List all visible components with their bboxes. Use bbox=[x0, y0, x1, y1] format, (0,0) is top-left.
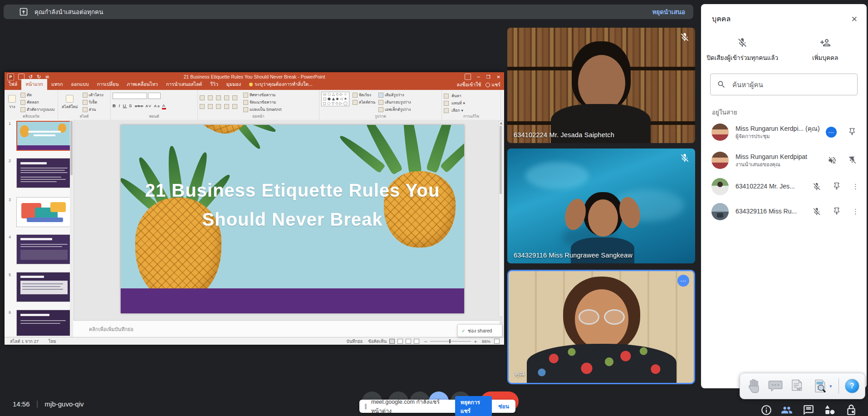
tab-animations[interactable]: ภาพเคลื่อนไหว bbox=[123, 79, 162, 90]
find-button[interactable]: ค้นหา bbox=[444, 93, 499, 99]
font-name-combobox[interactable] bbox=[113, 93, 147, 99]
dropdown-caret-icon[interactable]: ▾ bbox=[829, 383, 832, 389]
slide-sorter-view-button[interactable] bbox=[397, 339, 403, 344]
section-button[interactable]: ส่วน bbox=[83, 106, 103, 113]
slide-thumbnail-2[interactable] bbox=[16, 158, 72, 188]
zoom-out-button[interactable]: − bbox=[424, 339, 427, 344]
more-options-icon[interactable]: ⋮ bbox=[852, 183, 857, 191]
layout-button[interactable]: เค้าโครง bbox=[83, 92, 103, 98]
pin-icon[interactable] bbox=[832, 182, 841, 191]
hide-share-bar-button[interactable]: ซ่อน bbox=[498, 402, 509, 411]
text-direction-button[interactable]: ทิศทางข้อความ bbox=[243, 92, 281, 98]
participant-row-1[interactable]: Miss Rungarun Kerdpi... (คุณ) ผู้จัดการป… bbox=[701, 120, 867, 144]
font-color-button[interactable]: A bbox=[162, 103, 166, 109]
tab-slideshow[interactable]: การนำเสนอสไลด์ bbox=[162, 79, 206, 90]
participant-row-2[interactable]: Miss Rungarun Kerdpipat งานนำเสนอของคุณ bbox=[701, 149, 867, 172]
status-notes-toggle[interactable]: บันทึกย่อ bbox=[347, 338, 363, 345]
tell-me-box[interactable]: ระบุว่าคุณต้องการทำสิ่งใด... bbox=[245, 79, 317, 90]
change-case-button[interactable]: Aa bbox=[154, 104, 161, 108]
sign-in-link[interactable]: ลงชื่อเข้าใช้ bbox=[457, 81, 481, 89]
status-comments-toggle[interactable]: ข้อคิดเห็น bbox=[368, 338, 387, 345]
slide-thumbnail-6[interactable] bbox=[16, 310, 72, 336]
zoom-in-button[interactable]: + bbox=[474, 339, 477, 344]
slide-canvas[interactable]: 21 Business Etiquette Rules You Should N… bbox=[121, 125, 464, 313]
tab-insert[interactable]: แทรก bbox=[47, 79, 67, 90]
shape-effects-button[interactable]: เอฟเฟ็กต์รูปร่าง bbox=[378, 106, 411, 113]
close-icon[interactable]: ✕ bbox=[851, 15, 858, 24]
select-button[interactable]: เลือก▾ bbox=[444, 107, 499, 114]
activities-button[interactable] bbox=[824, 404, 836, 416]
add-people-button[interactable]: เพิ่มบุคคล bbox=[784, 37, 867, 63]
tab-view[interactable]: มุมมอง bbox=[222, 79, 245, 90]
zoom-slider[interactable] bbox=[430, 341, 471, 342]
shape-outline-button[interactable]: เส้นกรอบรูปร่าง bbox=[378, 99, 411, 105]
video-tile-2[interactable]: 634329116 Miss Rungrawee Sangkeaw bbox=[507, 149, 695, 263]
tab-file[interactable]: ไฟล์ bbox=[5, 79, 21, 90]
preview-document-icon[interactable] bbox=[813, 379, 828, 393]
video-tile-1[interactable]: 634102224 Mr. Jesada Saiphetch bbox=[507, 28, 695, 143]
char-spacing-button[interactable]: AV bbox=[146, 104, 152, 108]
align-text-button[interactable]: จัดแนวข้อความ bbox=[243, 99, 281, 105]
reading-view-button[interactable] bbox=[406, 339, 411, 344]
chat-bubble-icon[interactable] bbox=[768, 379, 783, 393]
status-language[interactable]: ไทย bbox=[49, 338, 56, 345]
participant-menu-button[interactable]: ⋯ bbox=[826, 127, 837, 138]
copy-button[interactable]: คัดลอก bbox=[20, 99, 54, 105]
tab-review[interactable]: รีวิว bbox=[206, 79, 222, 90]
fit-to-window-button[interactable] bbox=[494, 339, 500, 344]
slide-thumbnail-5[interactable] bbox=[16, 272, 72, 302]
slide-thumbnail-4[interactable] bbox=[16, 234, 72, 264]
shape-fill-button[interactable]: เติมสีรูปร่าง bbox=[378, 92, 411, 98]
restore-button[interactable]: ❐ bbox=[486, 74, 490, 79]
display-settings-icon[interactable] bbox=[465, 74, 471, 80]
reset-button[interactable]: รีเซ็ต bbox=[83, 99, 103, 105]
italic-button[interactable]: I bbox=[119, 103, 121, 108]
video-tile-3-you[interactable]: ⋯ คุณ bbox=[507, 270, 695, 384]
new-slide-button[interactable]: สไลด์ใหม่ bbox=[60, 92, 80, 113]
normal-view-button[interactable] bbox=[389, 339, 395, 344]
thumbnail-scrollbar[interactable] bbox=[70, 120, 73, 337]
meeting-details-button[interactable] bbox=[760, 404, 772, 416]
participant-row-4[interactable]: 634329116 Miss Ru... ⋮ bbox=[701, 200, 867, 223]
underline-button[interactable]: U bbox=[123, 103, 127, 108]
more-options-icon[interactable]: ⋮ bbox=[852, 208, 857, 216]
stop-presenting-button[interactable]: หยุดนำเสนอ bbox=[652, 7, 685, 17]
participant-row-3[interactable]: 634102224 Mr. Jes... ⋮ bbox=[701, 175, 867, 198]
help-button[interactable]: ? bbox=[845, 379, 859, 393]
show-everyone-button[interactable] bbox=[781, 404, 793, 416]
host-controls-button[interactable] bbox=[845, 404, 857, 416]
close-button[interactable]: ✕ bbox=[497, 74, 500, 79]
share-button[interactable]: แชร์ bbox=[485, 81, 500, 89]
slide-thumbnail-1[interactable] bbox=[16, 121, 72, 151]
shadow-button[interactable]: S bbox=[129, 103, 132, 108]
shapes-gallery[interactable]: ▭ ○ △ ◇ ▷ ☆ □ ● ▲ ◆ ◁ ★ ◻ ○ ▽ ◇ ▷ ◯ bbox=[321, 92, 349, 106]
notes-area[interactable]: คลิกเพื่อเพิ่มบันทึกย่อ bbox=[74, 320, 500, 337]
search-people-box[interactable] bbox=[710, 74, 858, 95]
stop-sharing-button[interactable]: หยุดการแชร์ bbox=[455, 396, 492, 416]
tab-transitions[interactable]: การเปลี่ยน bbox=[93, 79, 123, 90]
smartart-button[interactable]: แปลงเป็น SmartArt bbox=[243, 106, 281, 113]
paste-button[interactable]: วาง bbox=[6, 92, 18, 113]
font-size-combobox[interactable] bbox=[148, 93, 161, 99]
share-document-icon[interactable] bbox=[790, 379, 805, 393]
align-buttons[interactable] bbox=[200, 104, 239, 109]
strikethrough-button[interactable]: abc bbox=[135, 104, 143, 108]
minimize-button[interactable]: ─ bbox=[477, 74, 480, 79]
editor-scrollbar[interactable]: ▲ bbox=[499, 121, 504, 317]
pin-icon[interactable] bbox=[848, 128, 857, 137]
slide-thumbnail-3[interactable] bbox=[16, 197, 72, 227]
tab-home[interactable]: หน้าแรก bbox=[21, 79, 47, 90]
slideshow-view-button[interactable] bbox=[414, 339, 419, 344]
pin-off-icon[interactable] bbox=[848, 156, 857, 165]
tile-options-button[interactable]: ⋯ bbox=[677, 275, 689, 287]
search-people-input[interactable] bbox=[731, 80, 857, 89]
list-buttons[interactable] bbox=[200, 95, 239, 100]
cut-button[interactable]: ตัด bbox=[20, 92, 54, 98]
format-painter-button[interactable]: ตัวคัดวางรูปแบบ bbox=[20, 106, 54, 113]
tab-design[interactable]: ออกแบบ bbox=[67, 79, 93, 90]
arrange-button[interactable]: จัดเรียง bbox=[353, 92, 375, 98]
replace-button[interactable]: แทนที่▾ bbox=[444, 100, 499, 106]
bold-button[interactable]: B bbox=[113, 103, 117, 108]
chat-button[interactable] bbox=[803, 404, 814, 416]
pin-icon[interactable] bbox=[832, 207, 841, 216]
